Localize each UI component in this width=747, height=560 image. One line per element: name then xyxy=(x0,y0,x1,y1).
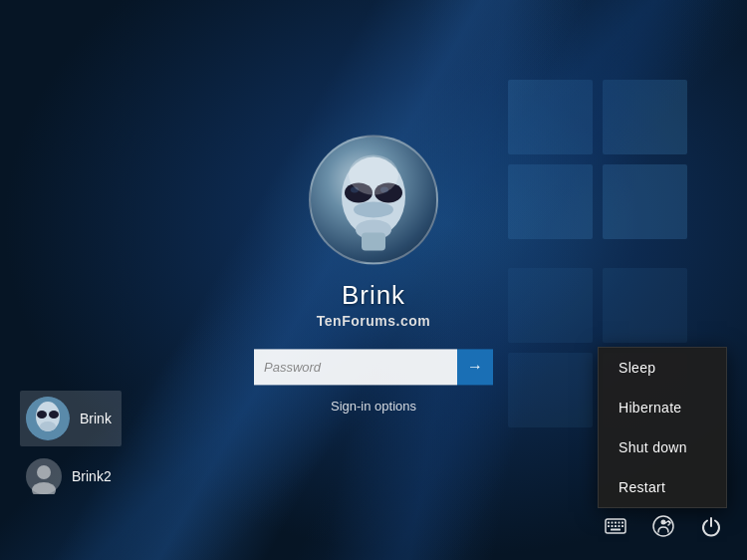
accessibility-svg xyxy=(652,515,674,537)
alien-avatar-image xyxy=(324,144,423,254)
svg-rect-28 xyxy=(615,522,617,524)
svg-point-21 xyxy=(40,421,56,431)
svg-rect-35 xyxy=(622,525,623,527)
signin-options-link[interactable]: Sign-in options xyxy=(331,399,416,414)
svg-point-37 xyxy=(653,516,673,536)
user-name-brink: Brink xyxy=(80,411,112,426)
svg-point-16 xyxy=(354,201,393,217)
password-submit-button[interactable]: → xyxy=(457,349,493,385)
svg-point-14 xyxy=(349,154,398,194)
arrow-right-icon: → xyxy=(467,358,483,376)
user-name-brink2: Brink2 xyxy=(72,468,112,484)
accessibility-icon[interactable] xyxy=(647,510,679,542)
password-input[interactable] xyxy=(254,349,457,385)
password-row: → xyxy=(254,349,493,385)
keyboard-svg xyxy=(605,518,626,534)
power-menu-hibernate[interactable]: Hibernate xyxy=(599,388,726,427)
login-subtitle: TenForums.com xyxy=(317,313,430,329)
svg-rect-31 xyxy=(608,525,610,527)
svg-point-19 xyxy=(37,411,47,419)
power-menu-restart[interactable]: Restart xyxy=(599,467,726,507)
svg-point-38 xyxy=(661,520,666,525)
svg-rect-34 xyxy=(619,525,621,527)
svg-rect-32 xyxy=(612,525,614,527)
svg-rect-30 xyxy=(622,522,623,524)
svg-rect-26 xyxy=(608,522,610,524)
svg-point-23 xyxy=(37,465,51,479)
user-item-brink2[interactable]: Brink2 xyxy=(20,452,122,500)
generic-avatar-icon xyxy=(26,458,62,494)
user-item-brink[interactable]: Brink xyxy=(20,391,122,446)
user-avatar-brink xyxy=(26,397,70,440)
user-switcher-list: Brink Brink2 xyxy=(20,391,122,500)
user-avatar-main xyxy=(309,135,438,264)
login-username: Brink xyxy=(342,280,405,311)
user-avatar-brink2 xyxy=(26,458,62,494)
keyboard-icon[interactable] xyxy=(600,510,631,542)
svg-rect-33 xyxy=(615,525,617,527)
power-svg xyxy=(700,515,722,537)
svg-rect-15 xyxy=(362,232,385,250)
svg-point-20 xyxy=(49,411,59,419)
svg-rect-27 xyxy=(612,522,614,524)
svg-rect-29 xyxy=(619,522,621,524)
brink-avatar-image xyxy=(26,397,70,440)
power-menu-shutdown[interactable]: Shut down xyxy=(599,427,726,467)
svg-rect-36 xyxy=(611,529,621,531)
bottom-controls xyxy=(600,510,727,542)
login-panel: Brink TenForums.com → Sign-in options xyxy=(254,135,493,414)
power-menu-sleep[interactable]: Sleep xyxy=(599,348,726,388)
power-menu: Sleep Hibernate Shut down Restart xyxy=(598,347,727,508)
power-button[interactable] xyxy=(695,510,727,542)
